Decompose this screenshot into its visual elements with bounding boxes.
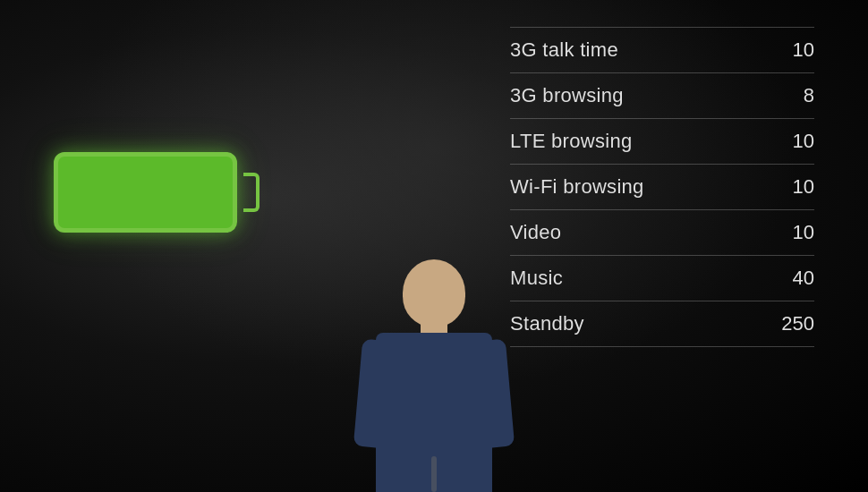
microphone-stand [431,456,437,492]
battery-tip [243,173,260,212]
stats-value-2: 10 [770,130,814,153]
stats-value-1: 8 [770,84,814,107]
stats-label-0: 3G talk time [510,38,618,62]
presenter-head [403,259,465,327]
stats-value-3: 10 [770,175,814,199]
stats-row-0: 3G talk time10 [510,27,814,73]
stats-row-2: LTE browsing10 [510,119,814,165]
presenter-area [0,259,868,492]
stats-label-4: Video [510,221,561,244]
battery-body [54,152,237,233]
stats-label-2: LTE browsing [510,130,632,153]
stats-row-1: 3G browsing8 [510,73,814,119]
stats-row-4: Video10 [510,210,814,256]
stats-label-1: 3G browsing [510,84,624,107]
stats-value-0: 10 [770,38,814,62]
stats-row-3: Wi-Fi browsing10 [510,165,814,210]
battery-icon [54,143,260,242]
stats-label-3: Wi-Fi browsing [510,175,644,199]
stats-value-4: 10 [770,221,814,244]
